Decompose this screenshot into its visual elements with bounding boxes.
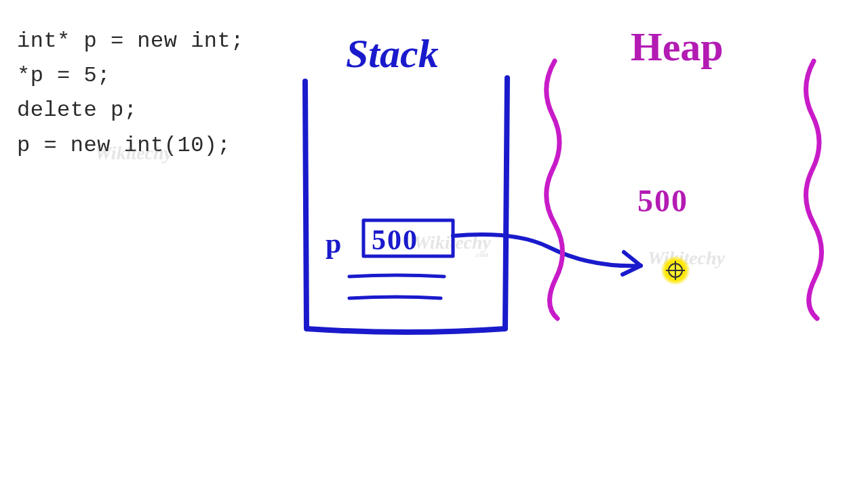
crosshair-icon	[668, 263, 683, 278]
code-block: int* p = new int; *p = 5; delete p; p = …	[17, 24, 244, 163]
watermark-center: Wikitechy	[414, 232, 491, 253]
code-line-2: *p = 5;	[17, 58, 244, 93]
cursor-highlight	[661, 256, 690, 285]
watermark-center-sub: .com	[475, 251, 488, 258]
heap-label: Heap	[631, 24, 724, 70]
heap-address-label: 500	[637, 183, 688, 219]
code-line-1: int* p = new int;	[17, 24, 244, 58]
stack-address-value: 500	[372, 224, 418, 256]
code-line-3: delete p;	[17, 93, 244, 127]
code-line-4: p = new int(10);	[17, 128, 244, 163]
stack-label: Stack	[346, 30, 439, 77]
pointer-var-label: p	[326, 227, 341, 260]
